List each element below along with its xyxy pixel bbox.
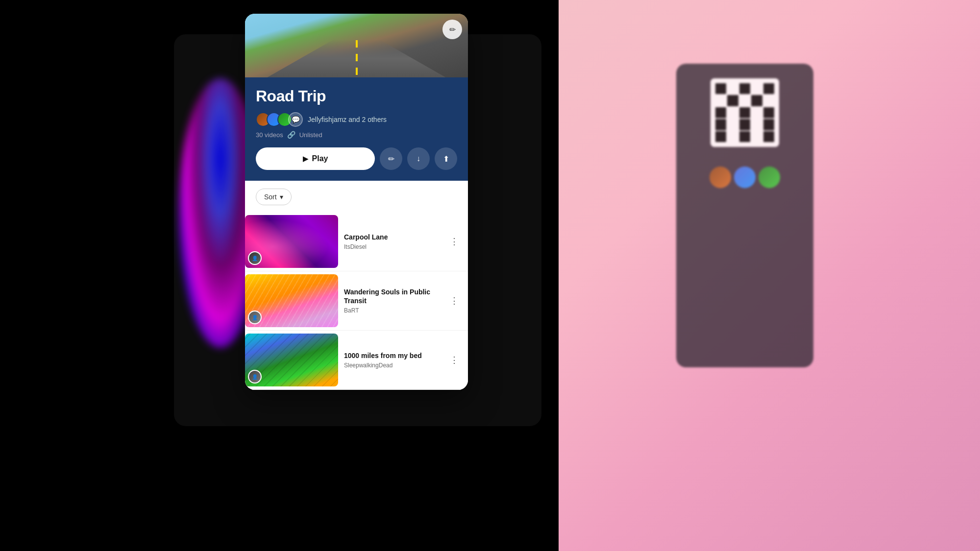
qr-cell (727, 131, 738, 142)
video-title-3: 1000 miles from my bed (344, 351, 441, 360)
video-info-1: Carpool Lane ItsDiesel (344, 233, 441, 250)
avatar (710, 167, 731, 188)
avatar (734, 167, 756, 188)
visibility-text: Unlisted (299, 131, 322, 139)
more-vert-icon: ⋮ (450, 236, 459, 247)
thumbnail-3: 👤 (245, 334, 338, 386)
qr-cell (751, 107, 762, 118)
link-icon: 🔗 (287, 131, 295, 139)
video-avatar-1: 👤 (248, 251, 262, 265)
chevron-down-icon: ▾ (280, 193, 283, 201)
qr-cell (739, 131, 750, 142)
edit-icon: ✏ (388, 154, 394, 164)
play-button[interactable]: ▶ Play (256, 147, 375, 170)
download-button[interactable]: ↓ (407, 147, 430, 170)
qr-cell (739, 95, 750, 106)
qr-cell (751, 119, 762, 130)
qr-cell (763, 95, 774, 106)
more-vert-icon: ⋮ (450, 355, 459, 365)
header-section: Road Trip 💬 Jellyfishjamz and 2 others 3… (245, 77, 468, 181)
collaborators-row: 💬 Jellyfishjamz and 2 others (256, 112, 457, 127)
avatar (759, 167, 780, 188)
pencil-icon: ✏ (449, 25, 456, 34)
thumbnail-2: 👤 (245, 274, 338, 327)
sort-button[interactable]: Sort ▾ (256, 189, 292, 205)
hero-image: ✏ (245, 14, 468, 77)
video-channel-1: ItsDiesel (344, 243, 441, 250)
download-icon: ↓ (416, 154, 420, 163)
video-menu-button-3[interactable]: ⋮ (446, 352, 462, 368)
video-channel-2: BaRT (344, 307, 441, 314)
qr-cell (763, 131, 774, 142)
video-item[interactable]: 👤 1000 miles from my bed SleepwalkingDea… (245, 331, 468, 390)
qr-cell (715, 83, 726, 94)
qr-cell (763, 107, 774, 118)
video-item[interactable]: 👤 Wandering Souls in Public Transit BaRT… (245, 271, 468, 331)
qr-cell (727, 107, 738, 118)
video-avatar-2: 👤 (248, 311, 262, 324)
road-line (356, 40, 358, 75)
more-vert-icon: ⋮ (450, 295, 459, 306)
sort-label: Sort (264, 193, 277, 201)
play-icon: ▶ (303, 155, 308, 163)
thumbnail-1: 👤 (245, 215, 338, 268)
hero-edit-button[interactable]: ✏ (442, 20, 462, 39)
video-title-2: Wandering Souls in Public Transit (344, 287, 441, 305)
video-menu-button-2[interactable]: ⋮ (446, 293, 462, 309)
phone-card: ✏ Road Trip 💬 Jellyfishjamz and 2 others… (245, 14, 468, 390)
content-section: Sort ▾ 👤 Carpool Lane ItsDiesel ⋮ (245, 181, 468, 390)
qr-cell (715, 119, 726, 130)
right-qr-panel (676, 64, 813, 367)
qr-cell (727, 95, 738, 106)
video-menu-button-1[interactable]: ⋮ (446, 234, 462, 249)
share-button[interactable]: ⬆ (435, 147, 457, 170)
qr-cell (751, 95, 762, 106)
video-info-3: 1000 miles from my bed SleepwalkingDead (344, 351, 441, 369)
sort-row: Sort ▾ (245, 189, 468, 212)
qr-cell (739, 83, 750, 94)
share-icon: ⬆ (443, 154, 449, 164)
qr-cell (751, 83, 762, 94)
avatar-chat: 💬 (288, 112, 303, 127)
qr-cell (727, 119, 738, 130)
qr-code (710, 78, 779, 147)
road-overlay (245, 14, 468, 77)
actions-row: ▶ Play ✏ ↓ ⬆ (256, 147, 457, 170)
video-item[interactable]: 👤 Carpool Lane ItsDiesel ⋮ (245, 212, 468, 271)
video-info-2: Wandering Souls in Public Transit BaRT (344, 287, 441, 314)
collaborator-text: Jellyfishjamz and 2 others (308, 116, 387, 123)
right-panel-avatars (710, 167, 780, 188)
qr-cell (739, 119, 750, 130)
qr-cell (739, 107, 750, 118)
meta-row: 30 videos 🔗 Unlisted (256, 131, 457, 139)
video-title-1: Carpool Lane (344, 233, 441, 241)
video-avatar-3: 👤 (248, 370, 262, 383)
qr-cell (763, 119, 774, 130)
qr-cell (763, 83, 774, 94)
video-count: 30 videos (256, 131, 283, 139)
qr-cell (727, 83, 738, 94)
video-channel-3: SleepwalkingDead (344, 362, 441, 369)
qr-cell (715, 107, 726, 118)
qr-cell (751, 131, 762, 142)
qr-cell (715, 95, 726, 106)
avatar-stack: 💬 (256, 112, 303, 127)
video-list: 👤 Carpool Lane ItsDiesel ⋮ 👤 Wandering S… (245, 212, 468, 390)
edit-button[interactable]: ✏ (380, 147, 402, 170)
qr-cell (715, 131, 726, 142)
play-label: Play (312, 154, 328, 163)
playlist-title: Road Trip (256, 87, 457, 105)
